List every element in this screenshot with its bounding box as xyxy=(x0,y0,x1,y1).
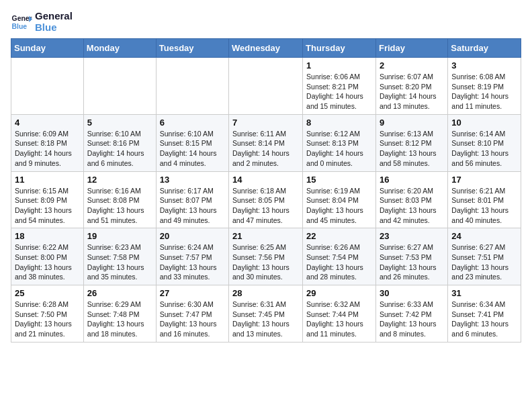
calendar-week-row: 4Sunrise: 6:09 AM Sunset: 8:18 PM Daylig… xyxy=(11,114,521,171)
day-number: 19 xyxy=(87,231,152,241)
day-number: 21 xyxy=(232,231,299,241)
day-number: 13 xyxy=(160,175,225,185)
day-number: 1 xyxy=(306,60,372,71)
day-info: Sunrise: 6:09 AM Sunset: 8:18 PM Dayligh… xyxy=(15,129,80,169)
calendar-day-cell: 14Sunrise: 6:18 AM Sunset: 8:05 PM Dayli… xyxy=(229,171,303,228)
day-of-week-header: Wednesday xyxy=(229,39,303,58)
calendar-day-cell: 26Sunrise: 6:29 AM Sunset: 7:48 PM Dayli… xyxy=(83,285,156,342)
day-info: Sunrise: 6:23 AM Sunset: 7:58 PM Dayligh… xyxy=(87,242,152,282)
day-number: 20 xyxy=(160,231,225,241)
day-number: 9 xyxy=(380,118,444,128)
calendar-day-cell: 3Sunrise: 6:08 AM Sunset: 8:19 PM Daylig… xyxy=(448,58,521,115)
calendar-day-cell: 25Sunrise: 6:28 AM Sunset: 7:50 PM Dayli… xyxy=(11,285,84,342)
day-number: 28 xyxy=(232,288,299,298)
day-number: 18 xyxy=(15,231,80,241)
day-info: Sunrise: 6:14 AM Sunset: 8:10 PM Dayligh… xyxy=(451,129,517,169)
day-info: Sunrise: 6:07 AM Sunset: 8:20 PM Dayligh… xyxy=(380,72,444,111)
day-number: 31 xyxy=(451,288,517,298)
days-of-week-row: SundayMondayTuesdayWednesdayThursdayFrid… xyxy=(11,39,521,58)
calendar-day-cell: 28Sunrise: 6:31 AM Sunset: 7:45 PM Dayli… xyxy=(229,285,303,342)
day-info: Sunrise: 6:18 AM Sunset: 8:05 PM Dayligh… xyxy=(232,186,299,226)
day-of-week-header: Thursday xyxy=(303,39,376,58)
day-number: 25 xyxy=(15,288,80,298)
day-info: Sunrise: 6:15 AM Sunset: 8:09 PM Dayligh… xyxy=(15,186,80,226)
day-number: 23 xyxy=(380,231,444,241)
day-info: Sunrise: 6:19 AM Sunset: 8:04 PM Dayligh… xyxy=(306,186,372,226)
calendar-day-cell: 30Sunrise: 6:33 AM Sunset: 7:42 PM Dayli… xyxy=(375,285,447,342)
day-number: 22 xyxy=(306,231,372,241)
day-number: 2 xyxy=(380,60,444,71)
day-number: 14 xyxy=(232,175,299,185)
calendar-day-cell xyxy=(156,58,228,115)
day-number: 27 xyxy=(160,288,225,298)
calendar-day-cell: 17Sunrise: 6:21 AM Sunset: 8:01 PM Dayli… xyxy=(448,171,521,228)
calendar-day-cell xyxy=(11,58,84,115)
day-number: 3 xyxy=(451,60,517,71)
day-number: 5 xyxy=(87,118,152,128)
logo-text: General Blue xyxy=(35,11,73,33)
calendar-day-cell: 9Sunrise: 6:13 AM Sunset: 8:12 PM Daylig… xyxy=(375,114,447,171)
day-number: 6 xyxy=(160,118,225,128)
calendar-body: 1Sunrise: 6:06 AM Sunset: 8:21 PM Daylig… xyxy=(11,58,521,342)
day-info: Sunrise: 6:13 AM Sunset: 8:12 PM Dayligh… xyxy=(380,129,444,169)
day-info: Sunrise: 6:27 AM Sunset: 7:51 PM Dayligh… xyxy=(451,242,517,282)
calendar-day-cell: 21Sunrise: 6:25 AM Sunset: 7:56 PM Dayli… xyxy=(229,228,303,285)
day-of-week-header: Tuesday xyxy=(156,39,228,58)
calendar-week-row: 18Sunrise: 6:22 AM Sunset: 8:00 PM Dayli… xyxy=(11,228,521,285)
calendar-day-cell: 10Sunrise: 6:14 AM Sunset: 8:10 PM Dayli… xyxy=(448,114,521,171)
day-info: Sunrise: 6:11 AM Sunset: 8:14 PM Dayligh… xyxy=(232,129,299,169)
day-number: 11 xyxy=(15,175,80,185)
calendar-day-cell: 16Sunrise: 6:20 AM Sunset: 8:03 PM Dayli… xyxy=(375,171,447,228)
calendar-day-cell: 11Sunrise: 6:15 AM Sunset: 8:09 PM Dayli… xyxy=(11,171,84,228)
day-info: Sunrise: 6:28 AM Sunset: 7:50 PM Dayligh… xyxy=(15,300,80,339)
calendar-day-cell: 6Sunrise: 6:10 AM Sunset: 8:15 PM Daylig… xyxy=(156,114,228,171)
day-of-week-header: Friday xyxy=(375,39,447,58)
calendar-day-cell: 2Sunrise: 6:07 AM Sunset: 8:20 PM Daylig… xyxy=(375,58,447,115)
calendar-table: SundayMondayTuesdayWednesdayThursdayFrid… xyxy=(11,38,521,342)
day-info: Sunrise: 6:29 AM Sunset: 7:48 PM Dayligh… xyxy=(87,300,152,339)
day-info: Sunrise: 6:10 AM Sunset: 8:15 PM Dayligh… xyxy=(160,129,225,169)
day-info: Sunrise: 6:30 AM Sunset: 7:47 PM Dayligh… xyxy=(160,300,225,339)
day-info: Sunrise: 6:26 AM Sunset: 7:54 PM Dayligh… xyxy=(306,242,372,282)
calendar-day-cell xyxy=(229,58,303,115)
day-info: Sunrise: 6:31 AM Sunset: 7:45 PM Dayligh… xyxy=(232,300,299,339)
day-number: 17 xyxy=(451,175,517,185)
calendar-day-cell: 18Sunrise: 6:22 AM Sunset: 8:00 PM Dayli… xyxy=(11,228,84,285)
calendar-day-cell: 1Sunrise: 6:06 AM Sunset: 8:21 PM Daylig… xyxy=(303,58,376,115)
calendar-day-cell: 27Sunrise: 6:30 AM Sunset: 7:47 PM Dayli… xyxy=(156,285,228,342)
day-info: Sunrise: 6:27 AM Sunset: 7:53 PM Dayligh… xyxy=(380,242,444,282)
calendar-week-row: 25Sunrise: 6:28 AM Sunset: 7:50 PM Dayli… xyxy=(11,285,521,342)
day-number: 16 xyxy=(380,175,444,185)
day-of-week-header: Saturday xyxy=(448,39,521,58)
calendar-day-cell: 20Sunrise: 6:24 AM Sunset: 7:57 PM Dayli… xyxy=(156,228,228,285)
day-info: Sunrise: 6:17 AM Sunset: 8:07 PM Dayligh… xyxy=(160,186,225,226)
day-of-week-header: Monday xyxy=(83,39,156,58)
day-number: 8 xyxy=(306,118,372,128)
day-info: Sunrise: 6:32 AM Sunset: 7:44 PM Dayligh… xyxy=(306,300,372,339)
calendar-week-row: 11Sunrise: 6:15 AM Sunset: 8:09 PM Dayli… xyxy=(11,171,521,228)
day-of-week-header: Sunday xyxy=(11,39,84,58)
calendar-day-cell: 7Sunrise: 6:11 AM Sunset: 8:14 PM Daylig… xyxy=(229,114,303,171)
day-info: Sunrise: 6:06 AM Sunset: 8:21 PM Dayligh… xyxy=(306,72,372,111)
day-number: 15 xyxy=(306,175,372,185)
calendar-day-cell: 4Sunrise: 6:09 AM Sunset: 8:18 PM Daylig… xyxy=(11,114,84,171)
calendar-day-cell: 12Sunrise: 6:16 AM Sunset: 8:08 PM Dayli… xyxy=(83,171,156,228)
calendar-day-cell: 15Sunrise: 6:19 AM Sunset: 8:04 PM Dayli… xyxy=(303,171,376,228)
calendar-day-cell: 31Sunrise: 6:34 AM Sunset: 7:41 PM Dayli… xyxy=(448,285,521,342)
day-number: 4 xyxy=(15,118,80,128)
day-number: 30 xyxy=(380,288,444,298)
svg-text:Blue: Blue xyxy=(12,22,28,30)
day-number: 29 xyxy=(306,288,372,298)
day-info: Sunrise: 6:34 AM Sunset: 7:41 PM Dayligh… xyxy=(451,300,517,339)
page-header: General Blue General Blue xyxy=(11,11,521,33)
calendar-day-cell: 5Sunrise: 6:10 AM Sunset: 8:16 PM Daylig… xyxy=(83,114,156,171)
calendar-day-cell: 19Sunrise: 6:23 AM Sunset: 7:58 PM Dayli… xyxy=(83,228,156,285)
day-info: Sunrise: 6:12 AM Sunset: 8:13 PM Dayligh… xyxy=(306,129,372,169)
calendar-day-cell xyxy=(83,58,156,115)
day-info: Sunrise: 6:33 AM Sunset: 7:42 PM Dayligh… xyxy=(380,300,444,339)
calendar-day-cell: 13Sunrise: 6:17 AM Sunset: 8:07 PM Dayli… xyxy=(156,171,228,228)
day-number: 26 xyxy=(87,288,152,298)
day-info: Sunrise: 6:20 AM Sunset: 8:03 PM Dayligh… xyxy=(380,186,444,226)
calendar-day-cell: 23Sunrise: 6:27 AM Sunset: 7:53 PM Dayli… xyxy=(375,228,447,285)
calendar-day-cell: 22Sunrise: 6:26 AM Sunset: 7:54 PM Dayli… xyxy=(303,228,376,285)
